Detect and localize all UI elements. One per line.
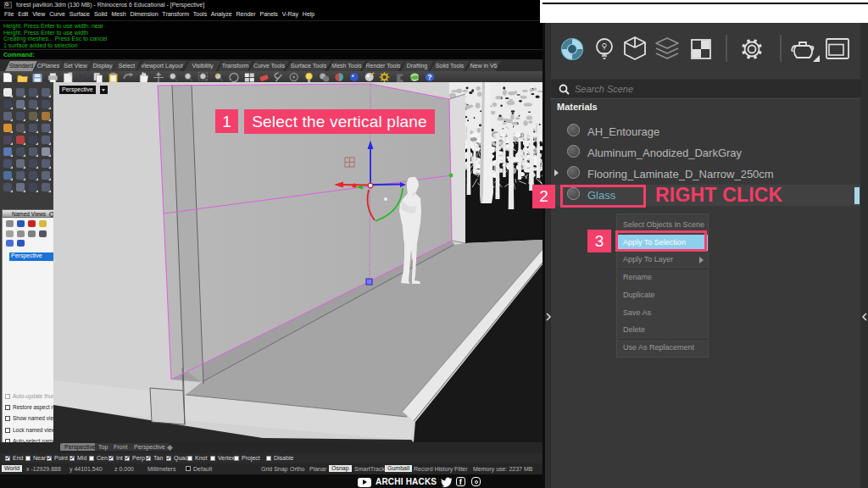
svg-text:?: ? bbox=[427, 73, 431, 81]
svg-text:1: 1 bbox=[222, 113, 231, 130]
svg-text:Select the vertical plane: Select the vertical plane bbox=[252, 113, 427, 130]
